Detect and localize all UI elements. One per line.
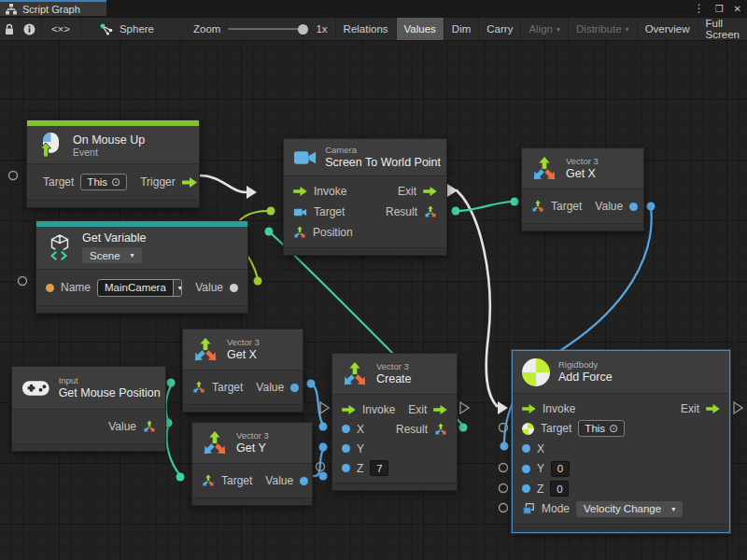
y-port-label: Y: [357, 442, 364, 455]
vector3-icon[interactable]: [531, 200, 544, 213]
result-port-label: Result: [396, 423, 428, 436]
node-title: Get Y: [236, 441, 269, 455]
node-on-mouse-up[interactable]: On Mouse Up Event Target This⊙ Trigger: [26, 119, 200, 208]
mode-port-label: Mode: [542, 502, 570, 515]
object-picker-icon[interactable]: ⊙: [111, 175, 120, 189]
target-port-label: Target: [212, 381, 243, 394]
control-arrow-icon[interactable]: [423, 187, 437, 196]
exit-port-label: Exit: [398, 185, 416, 198]
vector3-icon[interactable]: [192, 381, 205, 394]
rigidbody-icon: [522, 358, 550, 386]
zoom-slider[interactable]: [228, 28, 308, 30]
toolbar-button-fullscreen[interactable]: Full Screen: [698, 18, 747, 40]
z-port[interactable]: [522, 484, 530, 493]
control-arrow-icon[interactable]: [182, 177, 197, 188]
zoom-slider-handle[interactable]: [298, 24, 308, 35]
node-title: Add Force: [558, 371, 613, 384]
trigger-port-label: Trigger: [140, 175, 176, 189]
target-this-selector[interactable]: This⊙: [80, 174, 127, 190]
node-add-force[interactable]: Rigidbody Add Force Invoke Exit Target T…: [512, 350, 730, 533]
node-get-mouse-position[interactable]: Input Get Mouse Position Value: [11, 366, 166, 452]
target-port-label: Target: [551, 200, 582, 213]
exit-port-label: Exit: [681, 402, 699, 415]
overflow-menu-icon[interactable]: ⋮: [694, 0, 705, 18]
value-port[interactable]: [300, 477, 308, 485]
vector3-icon: [342, 361, 368, 387]
tab-script-graph[interactable]: Script Graph: [0, 0, 106, 16]
camera-icon: [293, 148, 317, 167]
vector3-icon[interactable]: [293, 226, 306, 239]
maximize-icon[interactable]: ❐: [715, 0, 724, 18]
z-value-field[interactable]: 0: [550, 481, 569, 497]
node-vector3-create[interactable]: Vector 3 Create Invoke Exit X Result Y: [331, 353, 458, 491]
node-title: Get Variable: [82, 231, 147, 245]
graph-toolbar: <×> Sphere Zoom 1x Relations Values Dim …: [0, 18, 747, 41]
name-port[interactable]: [46, 284, 54, 292]
control-arrow-icon[interactable]: [293, 187, 307, 196]
vector3-icon[interactable]: [202, 474, 215, 487]
variable-name-dropdown[interactable]: MainCamera ▾: [97, 279, 182, 297]
control-arrow-icon[interactable]: [342, 405, 356, 414]
object-picker-icon[interactable]: ⊙: [609, 422, 618, 435]
x-port[interactable]: [342, 425, 350, 433]
control-arrow-icon[interactable]: [433, 405, 447, 414]
chevron-down-icon: ▾: [626, 25, 629, 34]
node-screen-to-world-point[interactable]: Camera Screen To World Point Invoke Exit…: [283, 138, 447, 256]
control-arrow-icon[interactable]: [522, 404, 536, 413]
value-port[interactable]: [230, 284, 238, 292]
node-category: Vector 3: [236, 431, 269, 441]
vector3-icon[interactable]: [434, 423, 447, 436]
graph-name: Sphere: [91, 18, 163, 40]
node-get-y[interactable]: Vector 3 Get Y Target Value: [191, 422, 313, 506]
toolbar-button-align[interactable]: Align▾: [521, 18, 569, 40]
graph-node-icon: [100, 23, 113, 35]
vector3-icon: [202, 430, 228, 456]
mode-dropdown[interactable]: Velocity Change▾: [576, 501, 683, 517]
y-port-label: Y: [537, 462, 544, 475]
node-get-x-top[interactable]: Vector 3 Get X Target Value: [521, 147, 644, 231]
y-port[interactable]: [522, 465, 530, 473]
mouse-up-icon: [36, 131, 64, 159]
lock-icon: [4, 23, 15, 35]
invoke-port-label: Invoke: [314, 185, 346, 198]
variable-scope-dropdown[interactable]: Scene▾: [82, 247, 142, 263]
value-port[interactable]: [290, 384, 299, 392]
close-icon[interactable]: ✕: [734, 0, 741, 18]
result-port-label: Result: [386, 205, 417, 218]
chevron-down-icon: ▾: [173, 280, 182, 296]
vector3-icon[interactable]: [424, 205, 437, 218]
info-button[interactable]: [20, 18, 41, 40]
target-port-label: Target: [541, 422, 571, 435]
toolbar-button-relations[interactable]: Relations: [336, 18, 397, 40]
rigidbody-icon[interactable]: [522, 423, 534, 435]
node-category: Vector 3: [566, 157, 599, 166]
vector3-icon: [531, 156, 557, 182]
lock-button[interactable]: [0, 18, 20, 40]
z-port[interactable]: [342, 464, 350, 472]
node-get-variable[interactable]: Get Variable Scene▾ Name MainCamera ▾ Va…: [35, 220, 248, 314]
y-port[interactable]: [342, 444, 350, 453]
position-port-label: Position: [313, 226, 353, 239]
toolbar-button-distribute[interactable]: Distribute▾: [569, 18, 638, 40]
invoke-port-label: Invoke: [362, 403, 395, 416]
toolbar-button-carry[interactable]: Carry: [479, 18, 521, 40]
x-port[interactable]: [522, 444, 530, 453]
control-arrow-icon[interactable]: [706, 404, 720, 413]
value-port-label: Value: [265, 474, 293, 487]
value-port[interactable]: [629, 203, 638, 211]
node-get-x-mid[interactable]: Vector 3 Get X Target Value: [182, 329, 303, 413]
y-value-field[interactable]: 0: [551, 461, 570, 477]
node-title: Screen To World Point: [325, 156, 437, 169]
target-this-selector[interactable]: This⊙: [578, 420, 625, 437]
node-category: Vector 3: [376, 362, 412, 371]
code-view-button[interactable]: <×>: [41, 18, 81, 40]
vector3-icon[interactable]: [143, 420, 156, 433]
graph-icon: [6, 4, 17, 15]
toolbar-button-dim[interactable]: Dim: [444, 18, 479, 40]
toolbar-button-overview[interactable]: Overview: [638, 18, 698, 40]
target-port-label: Target: [314, 205, 345, 218]
zoom-value: 1x: [316, 23, 327, 35]
z-value-field[interactable]: 7: [370, 460, 388, 476]
toolbar-button-values[interactable]: Values: [397, 18, 444, 40]
node-category: Input: [59, 376, 156, 385]
